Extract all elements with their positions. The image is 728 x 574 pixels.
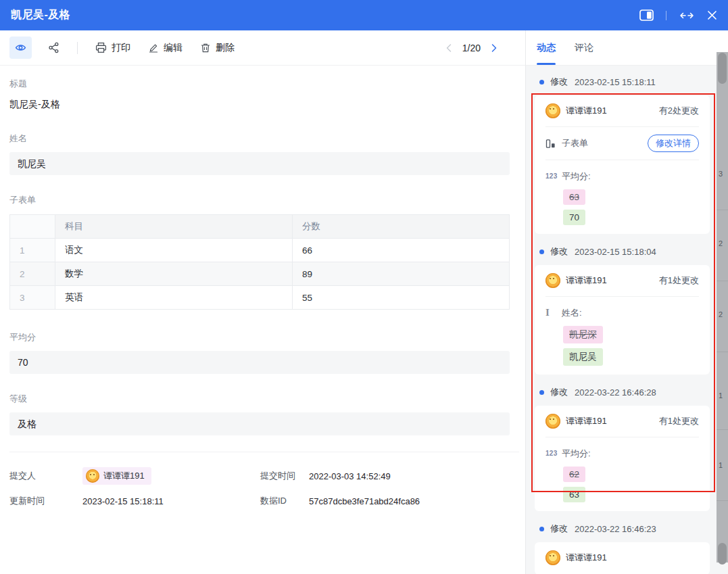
avatar xyxy=(545,103,560,118)
change-values: 62 63 xyxy=(563,467,699,502)
number-field-icon: 123 xyxy=(545,450,562,457)
row-number: 1 xyxy=(10,239,55,262)
prev-record-icon[interactable] xyxy=(445,43,453,53)
next-record-icon[interactable] xyxy=(490,43,498,53)
update-time-label: 更新时间 xyxy=(9,495,82,507)
change-count: 有1处更改 xyxy=(659,274,699,287)
old-value-chip: 63 xyxy=(563,189,585,205)
activity-user-name: 谭谭谭191 xyxy=(566,415,607,427)
page-edge-backdrop: 3 2 2 1 1 xyxy=(717,52,728,563)
old-value-chip: 62 xyxy=(563,467,585,482)
share-icon[interactable] xyxy=(48,42,59,53)
clipped-row-line xyxy=(717,210,728,210)
change-detail-button[interactable]: 修改详情 xyxy=(648,135,699,152)
activity-user-row: 谭谭谭191 xyxy=(545,550,699,566)
sidebar-toggle-icon[interactable] xyxy=(639,9,654,21)
card-divider xyxy=(545,296,699,297)
subject-cell: 语文 xyxy=(55,239,293,262)
submitter-badge: 谭谭谭191 xyxy=(82,467,151,485)
average-field-label: 平均分 xyxy=(9,331,519,343)
activity-card: 谭谭谭191 有2处更改 子表单 修改详情 123 平均分: 63 xyxy=(535,95,710,234)
change-values: 凯尼深 凯尼吴 xyxy=(563,326,699,366)
edit-label: 编辑 xyxy=(164,42,183,54)
activity-time: 2022-03-22 16:46:23 xyxy=(575,524,656,534)
clipped-row-line xyxy=(717,352,728,352)
number-field-icon: 123 xyxy=(545,172,562,180)
clipped-text-fragment: 1 xyxy=(719,391,723,400)
activity-user-name: 谭谭谭191 xyxy=(566,274,607,287)
subform-header-row: 科目 分数 xyxy=(10,215,510,239)
score-cell: 55 xyxy=(293,286,510,310)
row-number: 3 xyxy=(10,286,55,310)
submitter-label: 提交人 xyxy=(9,470,82,482)
avatar xyxy=(545,273,560,288)
activity-entry-head: 修改 2023-02-15 15:18:04 xyxy=(539,245,710,258)
new-value-chip: 63 xyxy=(563,487,585,502)
activity-entry-head: 修改 2023-02-15 15:18:11 xyxy=(539,75,710,89)
submitter-value: 谭谭谭191 xyxy=(82,467,260,485)
change-count: 有2处更改 xyxy=(659,105,699,117)
subform-index-header xyxy=(10,215,55,239)
name-field-label: 姓名 xyxy=(9,133,519,145)
title-field-label: 标题 xyxy=(9,78,519,90)
table-row: 3 英语 55 xyxy=(10,286,510,310)
activity-action: 修改 xyxy=(550,245,568,258)
tab-comments[interactable]: 评论 xyxy=(575,30,593,65)
activity-sidebar: 动态 评论 修改 2023-02-15 15:18:11 谭谭谭191 有2处更… xyxy=(525,30,728,574)
record-toolbar: 打印 编辑 删除 1/20 xyxy=(0,30,525,66)
clipped-text-fragment: 3 xyxy=(719,170,723,178)
avatar xyxy=(86,469,99,483)
close-icon[interactable] xyxy=(707,10,717,20)
new-value-chip: 凯尼吴 xyxy=(563,348,603,366)
delete-label: 删除 xyxy=(216,42,235,54)
subject-cell: 数学 xyxy=(55,262,293,286)
changed-field-name: 平均分: xyxy=(562,448,591,460)
preview-button[interactable] xyxy=(9,37,32,59)
subject-cell: 英语 xyxy=(55,286,293,310)
edit-button[interactable]: 编辑 xyxy=(148,42,183,54)
sidebar-tabs: 动态 评论 xyxy=(526,30,728,66)
resize-horizontal-icon[interactable] xyxy=(679,11,695,20)
change-values: 63 70 xyxy=(563,189,699,225)
tab-activity[interactable]: 动态 xyxy=(537,30,556,65)
meta-row-2: 更新时间 2023-02-15 15:18:11 数据ID 57c87dcbe3… xyxy=(9,495,519,507)
record-form: 标题 凯尼吴-及格 姓名 凯尼吴 子表单 科目 分数 1 语文 xyxy=(0,78,519,507)
scrollbar-thumb[interactable] xyxy=(718,53,727,84)
grade-field-label: 等级 xyxy=(9,393,519,405)
old-value-chip: 凯尼深 xyxy=(563,326,603,343)
grade-field-value: 及格 xyxy=(9,412,510,435)
window-controls xyxy=(639,9,717,21)
new-value-chip: 70 xyxy=(563,210,585,225)
avatar xyxy=(545,550,560,565)
title-field-value: 凯尼吴-及格 xyxy=(9,99,519,111)
delete-button[interactable]: 删除 xyxy=(200,42,235,54)
submit-time-label: 提交时间 xyxy=(260,470,309,482)
subform-label: 子表单 xyxy=(9,194,519,206)
print-button[interactable]: 打印 xyxy=(95,42,130,54)
value-change-row: 123 平均分: xyxy=(545,168,699,185)
clipped-text-fragment: 2 xyxy=(719,239,723,247)
data-id-value: 57c87dcbe3fe71abd24fca86 xyxy=(309,496,420,506)
card-divider xyxy=(545,160,699,160)
print-label: 打印 xyxy=(112,42,130,54)
score-cell: 89 xyxy=(293,262,510,286)
pencil-icon xyxy=(148,43,159,53)
activity-time: 2023-02-15 15:18:04 xyxy=(575,247,656,257)
activity-action: 修改 xyxy=(550,386,568,398)
record-main-panel: 打印 编辑 删除 1/20 标题 凯尼吴-及格 姓名 凯尼吴 子表单 xyxy=(0,30,525,574)
table-row: 1 语文 66 xyxy=(10,239,510,262)
scrollbar-thumb[interactable] xyxy=(718,543,727,565)
activity-entry-head: 修改 2022-03-22 16:46:28 xyxy=(539,385,710,399)
header-separator xyxy=(666,11,666,20)
card-divider xyxy=(545,437,699,437)
average-field-value: 70 xyxy=(9,351,510,374)
subform-table: 科目 分数 1 语文 66 2 数学 89 xyxy=(9,214,510,310)
value-change-row: 123 平均分: xyxy=(545,445,699,462)
text-field-icon: I xyxy=(545,307,562,318)
window-title: 凯尼吴-及格 xyxy=(11,8,70,22)
record-pager: 1/20 xyxy=(445,43,498,53)
update-time-value: 2023-02-15 15:18:11 xyxy=(82,496,260,506)
record-detail-window: 凯尼吴-及格 打印 xyxy=(0,0,728,574)
activity-user-row: 谭谭谭191 有1处更改 xyxy=(545,272,699,289)
changed-field-name: 子表单 xyxy=(562,137,588,149)
